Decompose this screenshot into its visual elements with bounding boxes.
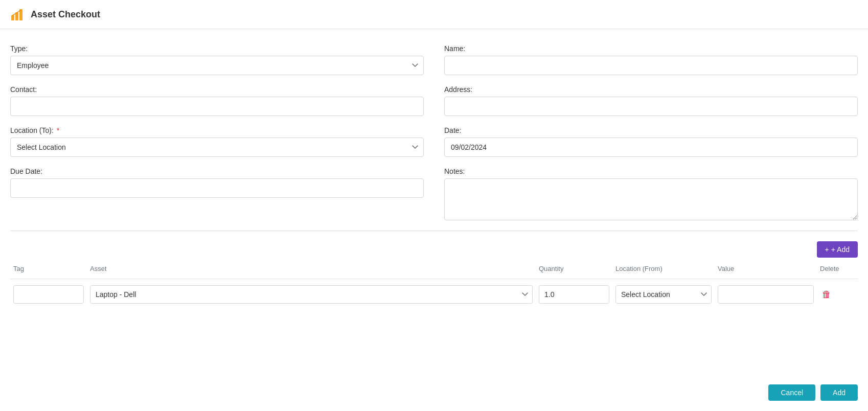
form-row-1: Type: Employee Department Location Name: xyxy=(10,44,858,75)
form-container: Type: Employee Department Location Name:… xyxy=(0,29,868,374)
col-location-from: Location (From) xyxy=(612,263,715,275)
notes-group: Notes: xyxy=(444,167,858,220)
location-to-select[interactable]: Select Location xyxy=(10,138,424,157)
required-indicator: * xyxy=(57,126,59,134)
add-button-row: + + Add xyxy=(10,241,858,258)
asset-table: Tag Asset Quantity Location (From) Value… xyxy=(10,263,858,306)
location-to-label: Location (To): * xyxy=(10,126,424,134)
address-input[interactable] xyxy=(444,97,858,116)
tag-input[interactable] xyxy=(13,285,84,304)
col-delete: Delete xyxy=(817,263,858,275)
delete-row-button[interactable]: 🗑 xyxy=(820,287,833,302)
section-divider xyxy=(10,231,858,231)
location-to-group: Location (To): * Select Location xyxy=(10,126,424,157)
header: Asset Checkout xyxy=(0,0,868,29)
due-date-label: Due Date: xyxy=(10,167,424,175)
col-asset: Asset xyxy=(87,263,536,275)
col-tag: Tag xyxy=(10,263,87,275)
logo-icon xyxy=(10,6,27,22)
quantity-input[interactable] xyxy=(539,285,609,304)
footer-actions: Cancel Add xyxy=(0,374,868,411)
svg-rect-0 xyxy=(11,15,14,20)
name-input[interactable] xyxy=(444,56,858,75)
type-label: Type: xyxy=(10,44,424,53)
col-value: Value xyxy=(715,263,817,275)
tag-cell xyxy=(10,283,87,306)
date-input[interactable]: 09/02/2024 xyxy=(444,138,858,157)
delete-cell: 🗑 xyxy=(817,285,858,304)
name-label: Name: xyxy=(444,44,858,53)
value-cell xyxy=(715,283,817,306)
add-item-label: + Add xyxy=(831,245,850,254)
notes-label: Notes: xyxy=(444,167,858,175)
form-row-4: Due Date: Notes: xyxy=(10,167,858,220)
asset-cell: Laptop - Dell xyxy=(87,283,536,306)
name-group: Name: xyxy=(444,44,858,75)
due-date-input[interactable] xyxy=(10,178,424,198)
form-row-2: Contact: Address: xyxy=(10,85,858,116)
col-quantity: Quantity xyxy=(536,263,612,275)
page-wrapper: Asset Checkout Type: Employee Department… xyxy=(0,0,868,411)
location-from-cell: Select Location xyxy=(612,283,715,306)
form-row-3: Location (To): * Select Location Date: 0… xyxy=(10,126,858,157)
due-date-group: Due Date: xyxy=(10,167,424,220)
add-item-button[interactable]: + + Add xyxy=(817,241,858,258)
page-title: Asset Checkout xyxy=(31,9,100,20)
value-input[interactable] xyxy=(718,285,814,304)
date-group: Date: 09/02/2024 xyxy=(444,126,858,157)
type-group: Type: Employee Department Location xyxy=(10,44,424,75)
table-row: Laptop - Dell Select Location 🗑 xyxy=(10,283,858,306)
address-label: Address: xyxy=(444,85,858,94)
add-item-icon: + xyxy=(825,245,829,254)
asset-select[interactable]: Laptop - Dell xyxy=(90,285,533,304)
add-button[interactable]: Add xyxy=(820,384,858,401)
contact-label: Contact: xyxy=(10,85,424,94)
table-header: Tag Asset Quantity Location (From) Value… xyxy=(10,263,858,279)
type-select[interactable]: Employee Department Location xyxy=(10,56,424,75)
address-group: Address: xyxy=(444,85,858,116)
contact-group: Contact: xyxy=(10,85,424,116)
quantity-cell xyxy=(536,283,612,306)
contact-input[interactable] xyxy=(10,97,424,116)
delete-icon: 🗑 xyxy=(822,289,831,300)
location-from-select[interactable]: Select Location xyxy=(615,285,712,304)
date-label: Date: xyxy=(444,126,858,134)
cancel-button[interactable]: Cancel xyxy=(768,384,815,401)
notes-textarea[interactable] xyxy=(444,178,858,220)
